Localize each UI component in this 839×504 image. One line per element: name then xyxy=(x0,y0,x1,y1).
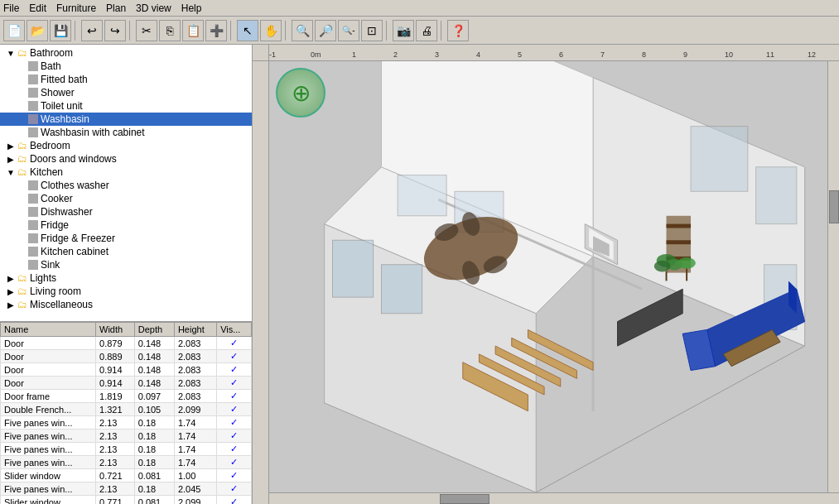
table-row[interactable]: Double French...1.3210.1052.099✓ xyxy=(1,403,252,416)
table-row[interactable]: Five panes win...2.130.181.74✓ xyxy=(1,430,252,443)
tree-label-dishwasher: Dishwasher xyxy=(41,206,93,218)
table-row[interactable]: Five panes win...2.130.181.74✓ xyxy=(1,416,252,430)
left-panel: ▼ 🗂 Bathroom Bath Fitted bath Shower xyxy=(0,45,253,504)
menu-furniture[interactable]: Furniture xyxy=(56,2,96,14)
tree-item-washbasin[interactable]: Washbasin xyxy=(0,113,252,126)
tree-section-doors-windows[interactable]: ▶ 🗂 Doors and windows xyxy=(0,152,252,166)
table-row[interactable]: Five panes win...2.130.182.045✓ xyxy=(1,482,252,496)
menu-plan[interactable]: Plan xyxy=(106,2,126,14)
table-row[interactable]: Door frame1.8190.0972.083✓ xyxy=(1,390,252,403)
tree-label-washbasin-cabinet: Washbasin with cabinet xyxy=(41,127,145,138)
table-row[interactable]: Slider window0.7710.0812.099✓ xyxy=(1,496,252,505)
expand-icon-bathroom[interactable]: ▼ xyxy=(5,49,17,58)
table-cell-11-2: 0.18 xyxy=(134,482,174,496)
table-cell-4-4: ✓ xyxy=(217,390,252,403)
tree-item-fridge[interactable]: Fridge xyxy=(0,218,252,232)
tree-section-bedroom[interactable]: ▶ 🗂 Bedroom xyxy=(0,139,252,152)
view3d[interactable]: -10m123456789101112 xyxy=(253,45,839,504)
tree-item-kitchen-cabinet[interactable]: Kitchen cabinet xyxy=(0,245,252,258)
expand-icon-lights[interactable]: ▶ xyxy=(5,274,17,283)
table-row[interactable]: Five panes win...2.130.181.74✓ xyxy=(1,456,252,469)
table-row[interactable]: Door0.9140.1482.083✓ xyxy=(1,377,252,390)
tree-item-shower[interactable]: Shower xyxy=(0,86,252,99)
table-cell-11-1: 2.13 xyxy=(96,482,135,496)
item-icon-cooker xyxy=(28,194,38,204)
table-cell-7-4: ✓ xyxy=(217,430,252,443)
menu-file[interactable]: File xyxy=(3,2,19,14)
table-cell-6-0: Five panes win... xyxy=(1,416,96,430)
open-button[interactable]: 📂 xyxy=(27,20,48,41)
tree-label-kitchen: Kitchen xyxy=(30,166,63,178)
tree-label-living-room: Living room xyxy=(30,286,81,297)
tree-section-lights[interactable]: ▶ 🗂 Lights xyxy=(0,271,252,285)
tree-item-fridge-freezer[interactable]: Fridge & Freezer xyxy=(0,232,252,245)
tree-label-washbasin: Washbasin xyxy=(41,113,89,125)
cut-button[interactable]: ✂ xyxy=(136,20,157,41)
table-cell-6-4: ✓ xyxy=(217,416,252,430)
sep5 xyxy=(386,21,389,41)
help-button[interactable]: ❓ xyxy=(447,20,469,41)
zoom-region-button[interactable]: 🔍 xyxy=(292,20,313,41)
tree-item-washbasin-cabinet[interactable]: Washbasin with cabinet xyxy=(0,126,252,139)
tree-section-bathroom[interactable]: ▼ 🗂 Bathroom xyxy=(0,46,252,60)
menu-3dview[interactable]: 3D view xyxy=(136,2,171,14)
tree-item-fitted-bath[interactable]: Fitted bath xyxy=(0,73,252,86)
scrollbar-horizontal[interactable] xyxy=(269,492,839,504)
tree-item-clothes-washer[interactable]: Clothes washer xyxy=(0,179,252,192)
item-icon-toilet-unit xyxy=(28,101,38,111)
menu-edit[interactable]: Edit xyxy=(29,2,46,14)
sep3 xyxy=(230,21,234,41)
undo-button[interactable]: ↩ xyxy=(81,20,103,41)
table-cell-11-0: Five panes win... xyxy=(1,482,96,496)
export-button[interactable]: 📷 xyxy=(393,20,414,41)
tree-item-toilet-unit[interactable]: Toilet unit xyxy=(0,99,252,113)
zoom-fit-button[interactable]: ⊡ xyxy=(361,20,383,41)
table-row[interactable]: Door0.9140.1482.083✓ xyxy=(1,363,252,377)
menu-help[interactable]: Help xyxy=(181,2,202,14)
navigation-control[interactable]: ⊕ xyxy=(276,68,325,118)
expand-icon-bedroom[interactable]: ▶ xyxy=(5,142,17,151)
table-row[interactable]: Door0.8890.1482.083✓ xyxy=(1,350,252,363)
nav-circle[interactable]: ⊕ xyxy=(276,68,325,118)
scrollbar-vertical[interactable] xyxy=(827,61,839,492)
svg-rect-8 xyxy=(381,265,422,314)
tree-item-bath[interactable]: Bath xyxy=(0,60,252,73)
scroll-thumb-v[interactable] xyxy=(829,190,839,223)
ruler-mark: 0m xyxy=(311,50,321,59)
table-cell-6-3: 1.74 xyxy=(174,416,216,430)
table-cell-3-0: Door xyxy=(1,377,96,390)
paste-button[interactable]: 📋 xyxy=(182,20,204,41)
table-cell-7-2: 0.18 xyxy=(134,430,174,443)
sep4 xyxy=(285,21,288,41)
expand-icon-doors-windows[interactable]: ▶ xyxy=(5,155,17,164)
redo-button[interactable]: ↪ xyxy=(104,20,126,41)
table-row[interactable]: Slider window0.7210.0811.00✓ xyxy=(1,469,252,482)
scroll-thumb-h[interactable] xyxy=(440,494,489,504)
print-button[interactable]: 🖨 xyxy=(416,20,437,41)
col-name: Name xyxy=(1,323,96,337)
copy-button[interactable]: ⎘ xyxy=(159,20,181,41)
tree-section-living-room[interactable]: ▶ 🗂 Living room xyxy=(0,285,252,298)
save-button[interactable]: 💾 xyxy=(50,20,71,41)
new-button[interactable]: 📄 xyxy=(3,20,25,41)
expand-icon-miscellaneous[interactable]: ▶ xyxy=(5,300,17,310)
expand-icon-kitchen[interactable]: ▼ xyxy=(5,168,17,177)
tree-section-miscellaneous[interactable]: ▶ 🗂 Miscellaneous xyxy=(0,298,252,311)
pan-button[interactable]: ✋ xyxy=(260,20,282,41)
table-cell-9-4: ✓ xyxy=(217,456,252,469)
expand-icon-living-room[interactable]: ▶ xyxy=(5,287,17,296)
add-button[interactable]: ➕ xyxy=(205,20,227,41)
tree-item-cooker[interactable]: Cooker xyxy=(0,192,252,205)
pointer-button[interactable]: ↖ xyxy=(237,20,258,41)
tree-section-kitchen[interactable]: ▼ 🗂 Kitchen xyxy=(0,166,252,179)
svg-rect-7 xyxy=(333,240,374,297)
zoom-out-button[interactable]: 🔍- xyxy=(338,20,359,41)
data-table[interactable]: Name Width Depth Height Vis... Door0.879… xyxy=(0,322,252,504)
tree-view[interactable]: ▼ 🗂 Bathroom Bath Fitted bath Shower xyxy=(0,45,252,322)
tree-item-dishwasher[interactable]: Dishwasher xyxy=(0,205,252,218)
folder-icon-living-room: 🗂 xyxy=(17,286,28,297)
table-row[interactable]: Door0.8790.1482.083✓ xyxy=(1,337,252,350)
tree-item-sink[interactable]: Sink xyxy=(0,258,252,271)
table-row[interactable]: Five panes win...2.130.181.74✓ xyxy=(1,443,252,456)
zoom-in-button[interactable]: 🔎 xyxy=(315,20,336,41)
